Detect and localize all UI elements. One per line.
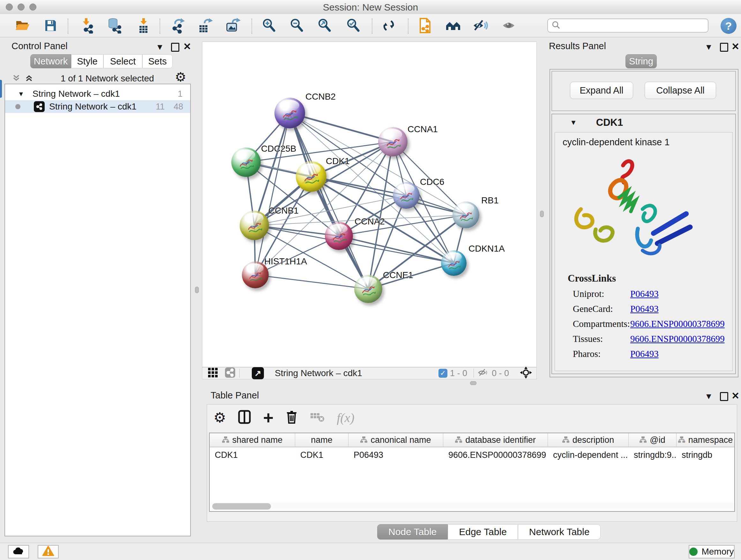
cell-description[interactable]: cyclin-dependent ...: [548, 447, 629, 462]
zoom-selected-button[interactable]: [345, 17, 362, 35]
import-network-database-button[interactable]: [105, 17, 123, 35]
delete-column-icon[interactable]: [286, 410, 298, 426]
save-session-button[interactable]: [42, 17, 59, 35]
export-image-button[interactable]: [224, 17, 242, 35]
collapse-all-networks-icon[interactable]: [25, 74, 33, 84]
network-node-CCNB2[interactable]: [274, 98, 305, 128]
expand-all-button[interactable]: Expand All: [570, 82, 633, 99]
search-input[interactable]: [561, 20, 708, 31]
tab-select[interactable]: Select: [104, 54, 142, 68]
warning-status-button[interactable]: [38, 545, 59, 558]
column-header-name[interactable]: name: [295, 433, 348, 447]
table-horizontal-scrollbar[interactable]: [210, 502, 734, 510]
refresh-button[interactable]: [380, 17, 398, 35]
tab-node-table[interactable]: Node Table: [377, 524, 448, 540]
horizontal-splitter-handle[interactable]: [470, 381, 476, 385]
cell-namespace[interactable]: stringdb: [677, 447, 734, 462]
column-header-id[interactable]: @id: [629, 433, 677, 447]
table-panel-float-icon[interactable]: [720, 392, 728, 401]
crosslink-link[interactable]: P06493: [630, 304, 659, 314]
tab-edge-table[interactable]: Edge Table: [448, 524, 518, 540]
memory-button[interactable]: Memory: [689, 545, 735, 558]
network-node-RB1[interactable]: [453, 201, 479, 228]
table-panel-menu-icon[interactable]: ▼: [704, 391, 713, 401]
network-node-CDK1[interactable]: [296, 161, 327, 192]
right-splitter-handle[interactable]: [540, 211, 544, 217]
network-node-CCNE1[interactable]: [354, 275, 382, 303]
column-header-description[interactable]: description: [548, 433, 629, 447]
network-list-icon[interactable]: [225, 367, 235, 379]
left-splitter-handle[interactable]: [195, 287, 199, 293]
scrollbar-thumb[interactable]: [212, 503, 271, 509]
show-all-button[interactable]: [500, 17, 518, 35]
import-network-file-button[interactable]: [78, 17, 96, 35]
control-panel-float-icon[interactable]: [171, 43, 179, 52]
first-neighbors-button[interactable]: [444, 17, 462, 35]
control-panel-menu-icon[interactable]: ▼: [156, 42, 164, 52]
control-panel-close-icon[interactable]: ✕: [183, 41, 191, 52]
network-options-gear-icon[interactable]: ⚙: [175, 71, 186, 82]
export-table-button[interactable]: [197, 17, 214, 35]
network-node-CCNA1[interactable]: [378, 127, 408, 157]
cell-database-identifier[interactable]: 9606.ENSP00000378699: [443, 447, 548, 462]
collection-expander-icon[interactable]: ▼: [18, 90, 24, 98]
results-panel-close-icon[interactable]: ✕: [731, 41, 739, 52]
tab-sets[interactable]: Sets: [142, 54, 173, 68]
column-header-shared-name[interactable]: shared name: [210, 433, 295, 447]
crosslink-link[interactable]: 9606.ENSP00000378699: [630, 334, 725, 344]
network-row[interactable]: String Network – cdk1 11 48: [5, 100, 190, 113]
network-canvas[interactable]: CCNB2CCNA1CDC25BCDK1CDC6RB1CCNB1CCNA2CDK…: [202, 42, 537, 367]
node-label: CCNB1: [268, 206, 299, 216]
columns-icon[interactable]: [238, 410, 251, 425]
crosslink-link[interactable]: P06493: [630, 289, 659, 299]
cloud-status-button[interactable]: [8, 545, 29, 558]
tab-network-table[interactable]: Network Table: [518, 524, 601, 540]
detach-view-icon[interactable]: ↗: [252, 367, 264, 379]
import-table-button[interactable]: [135, 17, 152, 35]
column-header-canonical-name[interactable]: canonical name: [348, 433, 443, 447]
birdseye-toggle-icon[interactable]: [520, 367, 532, 380]
function-builder-icon[interactable]: f(x): [337, 410, 354, 425]
houses-icon: [445, 18, 461, 34]
add-column-icon[interactable]: +: [263, 411, 273, 424]
zoom-in-button[interactable]: [260, 17, 278, 35]
network-edge[interactable]: [255, 275, 368, 289]
column-header-database-identifier[interactable]: database identifier: [443, 433, 548, 447]
cell-name[interactable]: CDK1: [295, 447, 348, 462]
network-node-CCNB1[interactable]: [240, 211, 269, 240]
network-edge[interactable]: [339, 236, 454, 263]
column-header-namespace[interactable]: namespace: [677, 433, 734, 447]
crosslink-link[interactable]: P06493: [630, 349, 659, 359]
expand-all-networks-icon[interactable]: [12, 74, 20, 84]
tab-network[interactable]: Network: [30, 54, 71, 68]
table-options-gear-icon[interactable]: ⚙: [213, 412, 226, 423]
network-node-CDC25B[interactable]: [231, 147, 261, 177]
collapse-all-button[interactable]: Collapse All: [645, 82, 716, 99]
grid-view-icon[interactable]: [207, 367, 218, 379]
network-node-CDC6[interactable]: [393, 182, 420, 209]
zoom-out-button[interactable]: [288, 17, 306, 35]
cell-shared-name[interactable]: CDK1: [210, 447, 295, 462]
results-panel-float-icon[interactable]: [720, 43, 728, 52]
cell-canonical-name[interactable]: P06493: [348, 447, 443, 462]
selected-nodes-checkbox[interactable]: ✓: [439, 369, 448, 378]
zoom-fit-button[interactable]: [316, 17, 334, 35]
help-button[interactable]: ?: [721, 18, 737, 34]
cell-id[interactable]: stringdb:9...: [629, 447, 677, 462]
network-collection-row[interactable]: ▼ String Network – cdk1 1: [5, 87, 190, 100]
delete-table-icon[interactable]: [310, 411, 325, 424]
tab-string[interactable]: String: [625, 54, 657, 68]
network-node-CCNA2[interactable]: [325, 222, 353, 250]
hide-selected-button[interactable]: [472, 17, 489, 35]
results-panel-menu-icon[interactable]: ▼: [704, 42, 713, 52]
network-node-CDKN1A[interactable]: [441, 250, 467, 276]
crosslink-link[interactable]: 9606.ENSP00000378699: [630, 319, 725, 329]
network-edge[interactable]: [255, 113, 290, 275]
tab-style[interactable]: Style: [71, 54, 104, 68]
table-panel-close-icon[interactable]: ✕: [731, 390, 739, 401]
node-section-header[interactable]: ▼ CDK1: [552, 114, 735, 131]
open-session-button[interactable]: [13, 17, 31, 35]
string-import-button[interactable]: [416, 17, 434, 35]
section-expander-icon[interactable]: ▼: [570, 118, 577, 127]
export-network-button[interactable]: [169, 17, 187, 35]
